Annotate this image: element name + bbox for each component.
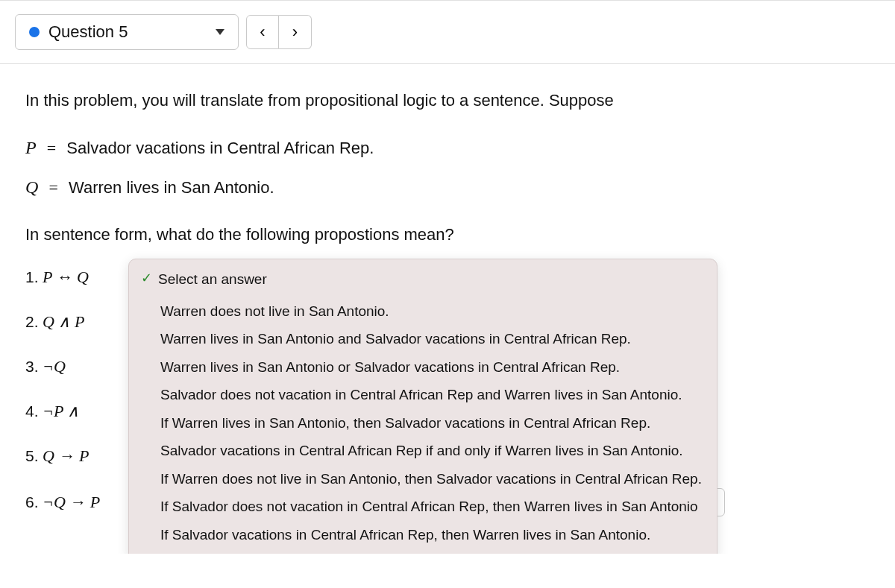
equals-sign: = [43,178,63,197]
chevron-down-icon [216,29,224,35]
q-definition: Warren lives in San Antonio. [69,178,274,197]
dropdown-option[interactable]: Salvador vacations in Central African Re… [141,437,705,464]
question-selector[interactable]: Question 5 [15,14,239,50]
dropdown-option[interactable]: If Warren lives in San Antonio, then Sal… [141,409,705,437]
equals-sign: = [41,139,62,157]
definitions: P = Salvador vacations in Central Africa… [25,134,870,201]
answer-dropdown[interactable]: ✓ Select an answer Warren does not live … [128,259,717,554]
items-list: 1. P ↔ Q ⇅ 2. Q ∧ P 3. ¬Q S 4. ¬P ∧ [25,265,870,516]
chevron-left-icon: ‹ [260,22,265,42]
intro-text: In this problem, you will translate from… [25,88,870,113]
dropdown-option[interactable]: Salvador does not vacation in Central Af… [141,381,705,408]
dropdown-option[interactable]: Warren lives in San Antonio and Salvador… [141,325,705,353]
dropdown-option[interactable]: If Salvador does not vacation in Central… [141,493,705,520]
next-button[interactable]: › [279,15,312,49]
question-label: Question 5 [48,22,128,42]
prompt-text: In sentence form, what do the following … [25,222,870,247]
check-icon: ✓ [141,268,152,289]
toolbar: Question 5 ‹ › [0,0,895,64]
dropdown-option[interactable]: Warren does not live in San Antonio. [141,297,705,325]
question-body: In this problem, you will translate from… [0,64,895,554]
chevron-right-icon: › [292,22,298,42]
p-definition: Salvador vacations in Central African Re… [66,139,374,157]
status-dot-icon [29,27,40,37]
dropdown-option[interactable]: If Salvador vacations in Central African… [141,521,705,549]
dropdown-option[interactable]: If Warren does not live in San Antonio, … [141,465,705,493]
dropdown-option[interactable]: Warren lives in San Antonio or Salvador … [141,353,705,381]
nav-buttons: ‹ › [246,15,312,49]
prev-button[interactable]: ‹ [246,15,279,49]
q-var: Q [25,177,38,197]
p-var: P [25,138,37,157]
dropdown-header[interactable]: ✓ Select an answer [141,268,705,290]
